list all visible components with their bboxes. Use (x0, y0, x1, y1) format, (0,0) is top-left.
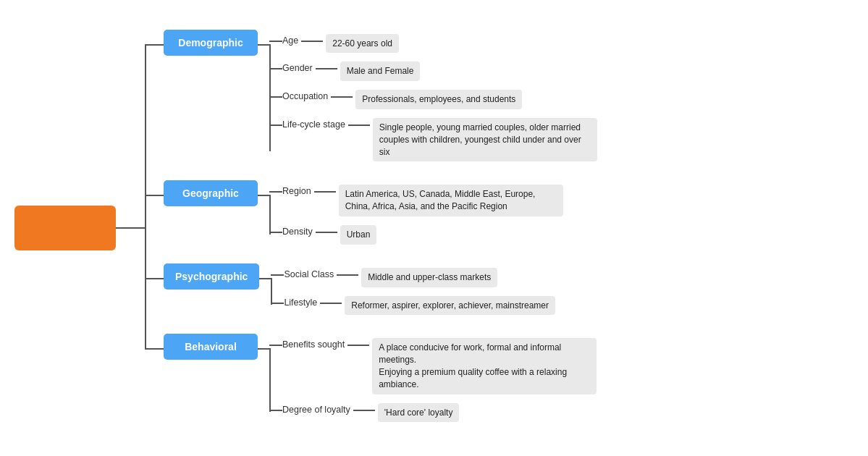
main-vertical-spine (145, 45, 146, 350)
item-row-lifecycle: Life-cycle stageSingle people, young mar… (269, 114, 597, 166)
value-box-occupation: Professionals, employees, and students (355, 90, 522, 109)
item-row-benefits-sought: Benefits soughtA place conducive for wor… (269, 334, 597, 398)
item-label-social-class: Social Class (284, 268, 334, 279)
item-label-occupation: Occupation (282, 90, 328, 101)
item-label-region: Region (282, 185, 311, 196)
item-h-age (269, 41, 282, 42)
item-row-degree-loyalty: Degree of loyalty'Hard core' loyalty (269, 399, 597, 427)
item-h-occupation (269, 96, 282, 98)
cat-line-h-demographic (258, 44, 269, 46)
item-row-lifestyle: LifestyleReformer, aspirer, explorer, ac… (271, 292, 555, 320)
item-arrow-lifestyle (320, 303, 342, 304)
item-row-region: RegionLatin America, US, Canada, Middle … (269, 180, 563, 221)
item-label-degree-loyalty: Degree of loyalty (282, 403, 350, 415)
value-box-lifestyle: Reformer, aspirer, explorer, achiever, m… (345, 296, 555, 316)
root-node (14, 206, 116, 250)
item-h-lifecycle (269, 124, 282, 126)
item-h-degree-loyalty (269, 410, 282, 411)
item-label-benefits-sought: Benefits sought (282, 338, 345, 350)
category-node-behavioral: Behavioral (164, 334, 258, 360)
value-box-degree-loyalty: 'Hard core' loyalty (378, 403, 460, 423)
category-row-behavioral: BehavioralBenefits soughtA place conduci… (145, 326, 854, 434)
items-vspine-psychographic (271, 278, 272, 305)
item-arrow-region (314, 191, 336, 193)
value-box-social-class: Middle and upper-class markets (361, 268, 497, 287)
items-wrap-demographic: Age22-60 years oldGenderMale and FemaleO… (269, 30, 597, 166)
item-arrow-age (301, 41, 323, 42)
value-box-gender: Male and Female (340, 62, 421, 81)
item-row-density: DensityUrban (269, 221, 563, 249)
item-h-gender (269, 68, 282, 69)
value-box-density: Urban (340, 225, 377, 245)
item-h-density (269, 232, 282, 233)
item-arrow-benefits-sought (347, 345, 369, 346)
category-node-geographic: Geographic (164, 180, 258, 206)
item-arrow-gender (316, 68, 337, 69)
value-box-lifecycle: Single people, young married couples, ol… (373, 118, 597, 161)
item-h-region (269, 191, 282, 193)
item-label-gender: Gender (282, 62, 313, 73)
item-arrow-lifecycle (348, 124, 370, 126)
branch-h-geographic (145, 195, 164, 196)
item-h-lifestyle (271, 303, 284, 304)
item-arrow-social-class (337, 274, 358, 276)
items-vspine-behavioral (269, 348, 271, 412)
items-vspine-geographic (269, 195, 271, 234)
branch-h-demographic (145, 44, 164, 46)
cat-line-h-geographic (258, 195, 269, 196)
items-wrap-geographic: RegionLatin America, US, Canada, Middle … (269, 180, 563, 248)
category-row-demographic: DemographicAge22-60 years oldGenderMale … (145, 22, 854, 174)
item-arrow-occupation (331, 96, 353, 98)
items-vspine-demographic (269, 44, 271, 152)
value-box-region: Latin America, US, Canada, Middle East, … (339, 185, 563, 216)
item-label-age: Age (282, 34, 298, 46)
cat-line-h-behavioral (258, 348, 269, 350)
item-h-social-class (271, 274, 284, 276)
item-arrow-degree-loyalty (353, 410, 375, 411)
branch-h-psychographic (145, 278, 164, 279)
item-h-benefits-sought (269, 345, 282, 346)
category-row-psychographic: PsychographicSocial ClassMiddle and uppe… (145, 256, 854, 327)
value-box-age: 22-60 years old (326, 34, 399, 54)
root-connector-line (116, 227, 145, 229)
item-label-lifestyle: Lifestyle (284, 296, 317, 308)
item-row-gender: GenderMale and Female (269, 57, 597, 85)
categories-area: DemographicAge22-60 years oldGenderMale … (145, 22, 854, 434)
item-arrow-density (316, 232, 337, 233)
branch-h-behavioral (145, 348, 164, 350)
cat-line-h-psychographic (259, 278, 271, 279)
category-node-demographic: Demographic (164, 30, 258, 56)
category-node-psychographic: Psychographic (164, 263, 259, 290)
item-label-density: Density (282, 225, 313, 237)
item-label-lifecycle: Life-cycle stage (282, 118, 345, 130)
value-box-benefits-sought: A place conducive for work, formal and i… (372, 338, 597, 394)
item-row-social-class: Social ClassMiddle and upper-class marke… (271, 263, 555, 292)
item-row-occupation: OccupationProfessionals, employees, and … (269, 85, 597, 114)
item-row-age: Age22-60 years old (269, 30, 597, 58)
category-row-geographic: GeographicRegionLatin America, US, Canad… (145, 173, 854, 256)
items-wrap-psychographic: Social ClassMiddle and upper-class marke… (271, 263, 555, 320)
items-wrap-behavioral: Benefits soughtA place conducive for wor… (269, 334, 597, 426)
mind-map: DemographicAge22-60 years oldGenderMale … (14, 22, 854, 434)
